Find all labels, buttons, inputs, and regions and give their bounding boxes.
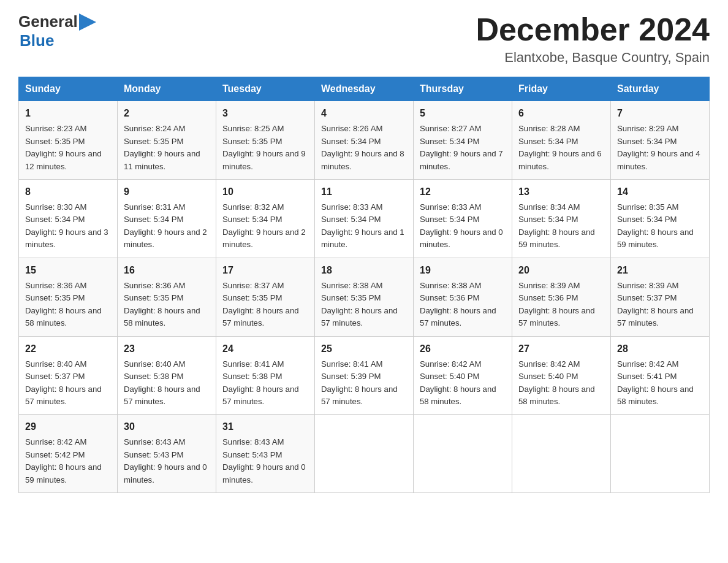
day-info: Sunrise: 8:32 AMSunset: 5:34 PMDaylight:… xyxy=(222,201,308,251)
calendar-cell: 14Sunrise: 8:35 AMSunset: 5:34 PMDayligh… xyxy=(611,180,710,258)
day-info: Sunrise: 8:36 AMSunset: 5:35 PMDaylight:… xyxy=(124,280,210,330)
day-info: Sunrise: 8:34 AMSunset: 5:34 PMDaylight:… xyxy=(518,201,604,251)
day-number: 24 xyxy=(222,342,308,356)
calendar-cell: 7Sunrise: 8:29 AMSunset: 5:34 PMDaylight… xyxy=(611,101,710,180)
col-header-thursday: Thursday xyxy=(414,77,512,101)
calendar-cell: 22Sunrise: 8:40 AMSunset: 5:37 PMDayligh… xyxy=(19,336,118,415)
calendar-cell xyxy=(315,415,414,493)
day-info: Sunrise: 8:33 AMSunset: 5:34 PMDaylight:… xyxy=(420,201,506,251)
svg-marker-0 xyxy=(79,13,96,31)
month-title: December 2024 xyxy=(476,12,710,47)
calendar-cell: 3Sunrise: 8:25 AMSunset: 5:35 PMDaylight… xyxy=(216,101,315,180)
day-info: Sunrise: 8:28 AMSunset: 5:34 PMDaylight:… xyxy=(518,123,604,173)
logo-blue-text: Blue xyxy=(20,31,54,50)
day-number: 15 xyxy=(25,263,111,278)
day-number: 22 xyxy=(25,342,111,356)
day-info: Sunrise: 8:43 AMSunset: 5:43 PMDaylight:… xyxy=(124,436,210,486)
day-number: 25 xyxy=(321,342,407,356)
day-info: Sunrise: 8:37 AMSunset: 5:35 PMDaylight:… xyxy=(222,280,308,330)
col-header-saturday: Saturday xyxy=(611,77,710,101)
day-info: Sunrise: 8:42 AMSunset: 5:40 PMDaylight:… xyxy=(518,358,604,408)
day-number: 4 xyxy=(321,106,407,121)
calendar-week-row: 1Sunrise: 8:23 AMSunset: 5:35 PMDaylight… xyxy=(19,101,710,180)
day-number: 18 xyxy=(321,263,407,278)
calendar-cell: 8Sunrise: 8:30 AMSunset: 5:34 PMDaylight… xyxy=(19,180,118,258)
calendar-cell: 2Sunrise: 8:24 AMSunset: 5:35 PMDaylight… xyxy=(118,101,216,180)
calendar-cell: 6Sunrise: 8:28 AMSunset: 5:34 PMDaylight… xyxy=(512,101,611,180)
day-number: 12 xyxy=(420,185,506,199)
logo: General Blue xyxy=(18,12,96,50)
day-number: 6 xyxy=(518,106,604,121)
calendar-cell: 30Sunrise: 8:43 AMSunset: 5:43 PMDayligh… xyxy=(118,415,216,493)
calendar-cell: 19Sunrise: 8:38 AMSunset: 5:36 PMDayligh… xyxy=(414,258,512,336)
calendar-cell: 29Sunrise: 8:42 AMSunset: 5:42 PMDayligh… xyxy=(19,415,118,493)
day-info: Sunrise: 8:39 AMSunset: 5:37 PMDaylight:… xyxy=(617,280,703,330)
logo-icon xyxy=(79,13,96,31)
col-header-sunday: Sunday xyxy=(19,77,118,101)
calendar-cell: 21Sunrise: 8:39 AMSunset: 5:37 PMDayligh… xyxy=(611,258,710,336)
day-number: 3 xyxy=(222,106,308,121)
calendar-cell: 18Sunrise: 8:38 AMSunset: 5:35 PMDayligh… xyxy=(315,258,414,336)
day-number: 9 xyxy=(124,185,210,199)
day-info: Sunrise: 8:24 AMSunset: 5:35 PMDaylight:… xyxy=(124,123,210,173)
day-info: Sunrise: 8:36 AMSunset: 5:35 PMDaylight:… xyxy=(25,280,111,330)
calendar-cell xyxy=(611,415,710,493)
col-header-friday: Friday xyxy=(512,77,611,101)
calendar-cell: 17Sunrise: 8:37 AMSunset: 5:35 PMDayligh… xyxy=(216,258,315,336)
calendar-cell xyxy=(512,415,611,493)
calendar-week-row: 22Sunrise: 8:40 AMSunset: 5:37 PMDayligh… xyxy=(19,336,710,415)
day-number: 13 xyxy=(518,185,604,199)
calendar-cell: 31Sunrise: 8:43 AMSunset: 5:43 PMDayligh… xyxy=(216,415,315,493)
calendar-cell xyxy=(414,415,512,493)
calendar-week-row: 15Sunrise: 8:36 AMSunset: 5:35 PMDayligh… xyxy=(19,258,710,336)
calendar-cell: 1Sunrise: 8:23 AMSunset: 5:35 PMDaylight… xyxy=(19,101,118,180)
calendar-week-row: 8Sunrise: 8:30 AMSunset: 5:34 PMDaylight… xyxy=(19,180,710,258)
calendar-cell: 5Sunrise: 8:27 AMSunset: 5:34 PMDaylight… xyxy=(414,101,512,180)
location-title: Elantxobe, Basque Country, Spain xyxy=(476,50,710,66)
calendar-cell: 11Sunrise: 8:33 AMSunset: 5:34 PMDayligh… xyxy=(315,180,414,258)
day-number: 7 xyxy=(617,106,703,121)
calendar-cell: 25Sunrise: 8:41 AMSunset: 5:39 PMDayligh… xyxy=(315,336,414,415)
day-number: 19 xyxy=(420,263,506,278)
day-info: Sunrise: 8:38 AMSunset: 5:36 PMDaylight:… xyxy=(420,280,506,330)
day-info: Sunrise: 8:42 AMSunset: 5:40 PMDaylight:… xyxy=(420,358,506,408)
col-header-wednesday: Wednesday xyxy=(315,77,414,101)
calendar-cell: 15Sunrise: 8:36 AMSunset: 5:35 PMDayligh… xyxy=(19,258,118,336)
title-block: December 2024 Elantxobe, Basque Country,… xyxy=(476,12,710,66)
calendar-cell: 28Sunrise: 8:42 AMSunset: 5:41 PMDayligh… xyxy=(611,336,710,415)
day-number: 16 xyxy=(124,263,210,278)
day-info: Sunrise: 8:26 AMSunset: 5:34 PMDaylight:… xyxy=(321,123,407,173)
day-number: 10 xyxy=(222,185,308,199)
day-number: 20 xyxy=(518,263,604,278)
day-number: 31 xyxy=(222,419,308,434)
day-info: Sunrise: 8:40 AMSunset: 5:38 PMDaylight:… xyxy=(124,358,210,408)
calendar-cell: 16Sunrise: 8:36 AMSunset: 5:35 PMDayligh… xyxy=(118,258,216,336)
day-info: Sunrise: 8:35 AMSunset: 5:34 PMDaylight:… xyxy=(617,201,703,251)
page-header: General Blue December 2024 Elantxobe, Ba… xyxy=(18,12,710,66)
day-info: Sunrise: 8:41 AMSunset: 5:39 PMDaylight:… xyxy=(321,358,407,408)
calendar-cell: 20Sunrise: 8:39 AMSunset: 5:36 PMDayligh… xyxy=(512,258,611,336)
day-info: Sunrise: 8:31 AMSunset: 5:34 PMDaylight:… xyxy=(124,201,210,251)
day-info: Sunrise: 8:40 AMSunset: 5:37 PMDaylight:… xyxy=(25,358,111,408)
day-number: 14 xyxy=(617,185,703,199)
day-info: Sunrise: 8:43 AMSunset: 5:43 PMDaylight:… xyxy=(222,436,308,486)
day-number: 26 xyxy=(420,342,506,356)
calendar-cell: 24Sunrise: 8:41 AMSunset: 5:38 PMDayligh… xyxy=(216,336,315,415)
day-info: Sunrise: 8:29 AMSunset: 5:34 PMDaylight:… xyxy=(617,123,703,173)
logo-general-text: General xyxy=(18,12,78,31)
day-info: Sunrise: 8:42 AMSunset: 5:41 PMDaylight:… xyxy=(617,358,703,408)
day-number: 17 xyxy=(222,263,308,278)
header-row: SundayMondayTuesdayWednesdayThursdayFrid… xyxy=(19,77,710,101)
calendar-cell: 9Sunrise: 8:31 AMSunset: 5:34 PMDaylight… xyxy=(118,180,216,258)
col-header-monday: Monday xyxy=(118,77,216,101)
day-info: Sunrise: 8:30 AMSunset: 5:34 PMDaylight:… xyxy=(25,201,111,251)
calendar-table: SundayMondayTuesdayWednesdayThursdayFrid… xyxy=(18,77,710,493)
day-info: Sunrise: 8:38 AMSunset: 5:35 PMDaylight:… xyxy=(321,280,407,330)
day-info: Sunrise: 8:39 AMSunset: 5:36 PMDaylight:… xyxy=(518,280,604,330)
day-number: 5 xyxy=(420,106,506,121)
day-number: 23 xyxy=(124,342,210,356)
day-number: 2 xyxy=(124,106,210,121)
day-number: 8 xyxy=(25,185,111,199)
day-info: Sunrise: 8:33 AMSunset: 5:34 PMDaylight:… xyxy=(321,201,407,251)
day-number: 30 xyxy=(124,419,210,434)
